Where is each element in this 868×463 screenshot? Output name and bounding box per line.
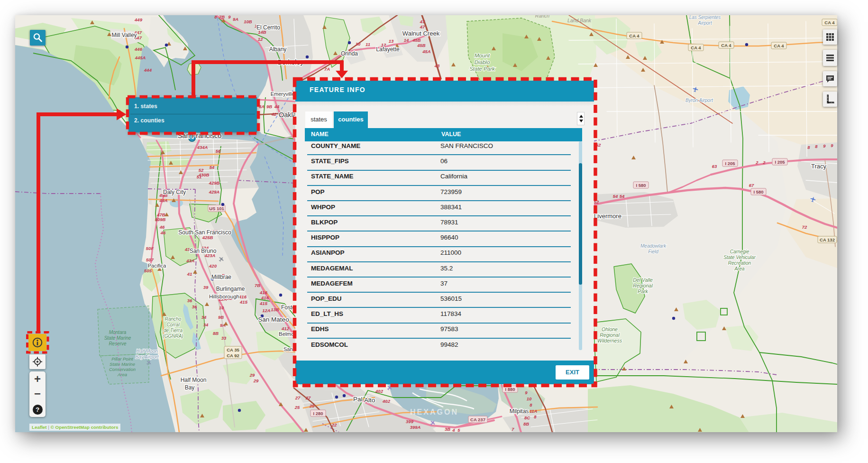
svg-text:Regional: Regional xyxy=(600,332,620,338)
svg-text:Park: Park xyxy=(638,288,648,294)
svg-text:8A: 8A xyxy=(259,104,265,109)
svg-text:36: 36 xyxy=(187,298,192,303)
svg-text:I 580: I 580 xyxy=(636,183,646,188)
svg-text:11: 11 xyxy=(365,42,370,47)
svg-text:Livermore: Livermore xyxy=(594,213,621,220)
svg-text:Ranch: Ranch xyxy=(535,15,550,19)
svg-text:34: 34 xyxy=(203,322,209,327)
svg-text:9: 9 xyxy=(823,143,826,148)
svg-text:8: 8 xyxy=(214,15,217,19)
svg-text:Berkeley: Berkeley xyxy=(278,58,303,66)
svg-text:42: 42 xyxy=(271,111,277,117)
svg-text:36: 36 xyxy=(192,304,197,309)
svg-text:Belmo: Belmo xyxy=(279,331,294,337)
svg-text:2: 2 xyxy=(762,160,766,165)
svg-text:Conservation: Conservation xyxy=(109,367,136,372)
svg-text:4: 4 xyxy=(452,427,455,432)
svg-text:Bay Airport: Bay Airport xyxy=(135,354,159,360)
svg-text:49A: 49A xyxy=(159,198,168,203)
svg-text:Recreation: Recreation xyxy=(728,260,751,266)
svg-text:27: 27 xyxy=(305,395,311,400)
svg-text:416: 416 xyxy=(261,295,269,300)
svg-text:8: 8 xyxy=(815,144,818,149)
svg-text:402: 402 xyxy=(375,389,384,394)
svg-text:State Vehicular: State Vehicular xyxy=(723,255,756,260)
svg-text:CA 4: CA 4 xyxy=(824,20,835,25)
svg-text:9: 9 xyxy=(831,143,833,148)
svg-text:429A: 429A xyxy=(209,189,220,194)
svg-text:Daly City: Daly City xyxy=(163,189,186,195)
svg-text:429B: 429B xyxy=(209,180,220,185)
svg-text:Millbrae: Millbrae xyxy=(211,274,231,280)
svg-text:Pillar Point: Pillar Point xyxy=(111,356,133,361)
svg-text:Alto: Alto xyxy=(364,397,375,404)
svg-text:509B: 509B xyxy=(155,217,166,222)
svg-text:Regional: Regional xyxy=(633,283,653,288)
svg-text:Diablo: Diablo xyxy=(475,59,490,65)
svg-text:415: 415 xyxy=(239,299,248,305)
svg-text:I 205: I 205 xyxy=(725,161,735,166)
svg-text:43: 43 xyxy=(434,63,440,68)
svg-text:Las Serpientes: Las Serpientes xyxy=(689,15,721,20)
svg-text:Field: Field xyxy=(648,249,658,254)
svg-text:52: 52 xyxy=(199,167,204,173)
svg-text:I 880: I 880 xyxy=(505,387,515,392)
svg-text:399A: 399A xyxy=(410,425,421,430)
svg-text:Ohlone: Ohlone xyxy=(602,326,618,332)
svg-text:Tracy: Tracy xyxy=(811,163,827,170)
svg-text:13B: 13B xyxy=(271,307,279,312)
svg-text:CA 4: CA 4 xyxy=(629,33,640,38)
svg-text:10: 10 xyxy=(356,41,361,46)
svg-text:402: 402 xyxy=(382,398,391,404)
svg-text:420: 420 xyxy=(209,263,217,269)
svg-text:I 580: I 580 xyxy=(753,189,763,194)
svg-text:CA 92: CA 92 xyxy=(227,353,239,358)
svg-text:San Bruno: San Bruno xyxy=(190,248,217,254)
svg-text:10: 10 xyxy=(219,305,224,310)
svg-text:Montara: Montara xyxy=(109,330,127,335)
svg-text:416: 416 xyxy=(238,294,247,299)
svg-text:45B: 45B xyxy=(412,37,421,43)
svg-text:7B: 7B xyxy=(255,283,260,288)
svg-text:9: 9 xyxy=(525,390,528,395)
svg-text:3B: 3B xyxy=(445,426,450,432)
svg-text:8C: 8C xyxy=(524,415,530,420)
svg-text:Mount: Mount xyxy=(475,53,490,58)
svg-text:10B: 10B xyxy=(244,19,252,24)
svg-text:54: 54 xyxy=(210,165,215,170)
svg-text:Corral: Corral xyxy=(166,322,180,327)
svg-text:46: 46 xyxy=(159,224,165,230)
svg-text:El Cerrito: El Cerrito xyxy=(256,24,280,31)
svg-text:7B: 7B xyxy=(219,15,225,19)
svg-text:399: 399 xyxy=(406,419,414,424)
svg-text:CA 4: CA 4 xyxy=(691,45,701,50)
svg-text:56: 56 xyxy=(216,148,221,154)
svg-text:415: 415 xyxy=(259,301,268,306)
svg-text:Hillsborough: Hillsborough xyxy=(209,294,239,299)
svg-text:9B: 9B xyxy=(266,104,272,109)
svg-text:Mill Valley: Mill Valley xyxy=(111,32,137,38)
svg-text:CA 132: CA 132 xyxy=(820,237,835,242)
svg-text:39: 39 xyxy=(203,285,209,290)
svg-text:CA 237: CA 237 xyxy=(470,417,485,422)
svg-text:25: 25 xyxy=(294,405,300,410)
svg-text:Albany: Albany xyxy=(269,46,287,53)
svg-text:25: 25 xyxy=(309,403,315,408)
svg-text:7A: 7A xyxy=(324,66,330,72)
svg-text:33: 33 xyxy=(221,335,227,341)
svg-text:2: 2 xyxy=(755,160,758,165)
svg-text:Half Moon: Half Moon xyxy=(181,377,207,383)
svg-text:434A: 434A xyxy=(197,145,208,150)
svg-text:CA 35: CA 35 xyxy=(227,347,239,352)
svg-text:449: 449 xyxy=(134,17,143,22)
svg-text:Carnegie: Carnegie xyxy=(730,249,749,254)
svg-text:Milpitas: Milpitas xyxy=(510,408,529,415)
svg-text:54: 54 xyxy=(620,194,625,199)
svg-text:416: 416 xyxy=(259,290,268,295)
svg-text:8: 8 xyxy=(807,145,810,150)
svg-text:41: 41 xyxy=(187,271,192,277)
svg-text:CA 4: CA 4 xyxy=(774,43,784,48)
svg-text:63: 63 xyxy=(712,164,717,169)
svg-text:8: 8 xyxy=(534,414,537,419)
svg-text:9: 9 xyxy=(228,15,231,19)
